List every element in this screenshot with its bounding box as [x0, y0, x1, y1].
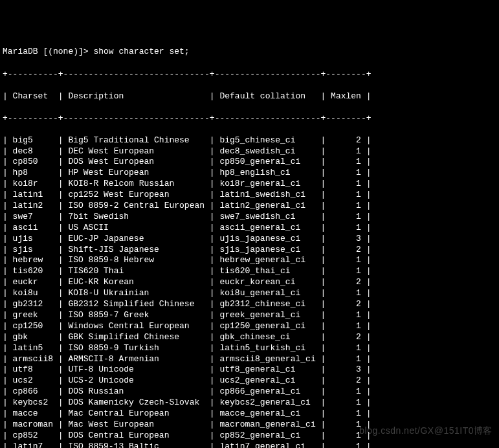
table-row: | latin7 | ISO 8859-13 Baltic | latin7_g…: [3, 442, 496, 448]
table-row: | hp8 | HP West European | hp8_english_c…: [3, 168, 496, 179]
table-row: | sjis | Shift-JIS Japanese | sjis_japan…: [3, 245, 496, 256]
table-row: | latin2 | ISO 8859-2 Central European |…: [3, 201, 496, 212]
table-row: | utf8 | UTF-8 Unicode | utf8_general_ci…: [3, 364, 496, 375]
table-row: | swe7 | 7bit Swedish | swe7_swedish_ci …: [3, 212, 496, 223]
table-row: | cp1250 | Windows Central European | cp…: [3, 321, 496, 332]
table-row: | hebrew | ISO 8859-8 Hebrew | hebrew_ge…: [3, 255, 496, 266]
table-body: | big5 | Big5 Traditional Chinese | big5…: [3, 135, 496, 448]
table-row: | ujis | EUC-JP Japanese | ujis_japanese…: [3, 234, 496, 245]
table-divider-mid: +----------+----------------------------…: [3, 113, 496, 124]
watermark: blog.csdn.net/GX@151IT0博客: [359, 425, 493, 436]
table-header: | Charset | Description | Default collat…: [3, 91, 496, 102]
table-row: | keybcs2 | DOS Kamenicky Czech-Slovak |…: [3, 398, 496, 409]
table-row: | macce | Mac Central European | macce_g…: [3, 409, 496, 420]
table-row: | ascii | US ASCII | ascii_general_ci | …: [3, 223, 496, 234]
sql-prompt[interactable]: MariaDB [(none)]> show character set;: [3, 47, 496, 58]
table-row: | big5 | Big5 Traditional Chinese | big5…: [3, 135, 496, 146]
table-row: | koi8r | KOI8-R Relcom Russian | koi8r_…: [3, 179, 496, 190]
table-row: | gbk | GBK Simplified Chinese | gbk_chi…: [3, 332, 496, 343]
table-row: | cp850 | DOS West European | cp850_gene…: [3, 157, 496, 168]
table-row: | euckr | EUC-KR Korean | euckr_korean_c…: [3, 277, 496, 288]
table-row: | cp866 | DOS Russian | cp866_general_ci…: [3, 386, 496, 398]
table-row: | koi8u | KOI8-U Ukrainian | koi8u_gener…: [3, 288, 496, 299]
table-row: | tis620 | TIS620 Thai | tis620_thai_ci …: [3, 266, 496, 277]
table-row: | dec8 | DEC West European | dec8_swedis…: [3, 146, 496, 157]
table-row: | armscii8 | ARMSCII-8 Armenian | armsci…: [3, 354, 496, 365]
table-row: | greek | ISO 8859-7 Greek | greek_gener…: [3, 310, 496, 321]
table-row: | latin1 | cp1252 West European | latin1…: [3, 190, 496, 201]
table-row: | latin5 | ISO 8859-9 Turkish | latin5_t…: [3, 343, 496, 354]
table-row: | gb2312 | GB2312 Simplified Chinese | g…: [3, 299, 496, 310]
table-divider-top: +----------+----------------------------…: [3, 69, 496, 80]
table-row: | ucs2 | UCS-2 Unicode | ucs2_general_ci…: [3, 375, 496, 386]
